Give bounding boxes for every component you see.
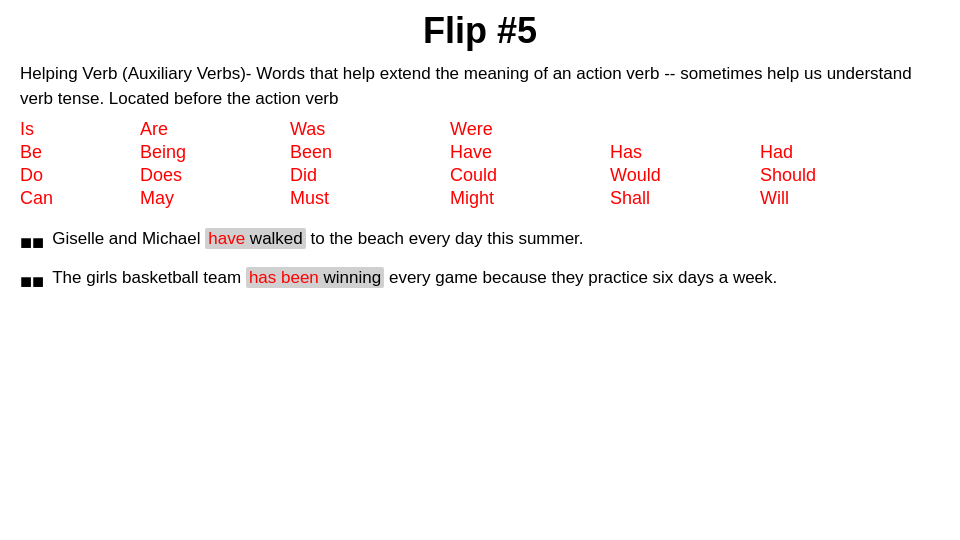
verb-empty-2	[760, 119, 880, 140]
bullet-2: ■■	[20, 265, 44, 297]
verb-have: Have	[450, 142, 610, 163]
verb-would: Would	[610, 165, 760, 186]
example-2: ■■ The girls basketball team has been wi…	[20, 264, 940, 297]
verb-will: Will	[760, 188, 880, 209]
verb-does: Does	[140, 165, 290, 186]
example-1-text: Giselle and Michael have walked to the b…	[52, 225, 940, 252]
verb-shall: Shall	[610, 188, 760, 209]
verb-do: Do	[20, 165, 140, 186]
verb-did: Did	[290, 165, 450, 186]
example-2-red: has been	[249, 268, 319, 287]
example-2-text: The girls basketball team has been winni…	[52, 264, 940, 291]
verb-must: Must	[290, 188, 450, 209]
example-2-highlight: has been winning	[246, 267, 384, 288]
verb-been: Been	[290, 142, 450, 163]
example-1: ■■ Giselle and Michael have walked to th…	[20, 225, 940, 258]
verb-table: Is Are Was Were Be Being Been Have Has H…	[20, 119, 940, 209]
main-page: Flip #5 Helping Verb (Auxiliary Verbs)- …	[0, 0, 960, 540]
verb-were: Were	[450, 119, 610, 140]
example-1-highlight: have walked	[205, 228, 306, 249]
verb-could: Could	[450, 165, 610, 186]
verb-should: Should	[760, 165, 880, 186]
verb-might: Might	[450, 188, 610, 209]
definition-text: Helping Verb (Auxiliary Verbs)- Words th…	[20, 62, 940, 111]
verb-can: Can	[20, 188, 140, 209]
verb-had: Had	[760, 142, 880, 163]
bullet-1: ■■	[20, 226, 44, 258]
example-1-red: have	[208, 229, 245, 248]
verb-being: Being	[140, 142, 290, 163]
verb-be: Be	[20, 142, 140, 163]
verb-is: Is	[20, 119, 140, 140]
verb-has: Has	[610, 142, 760, 163]
examples-section: ■■ Giselle and Michael have walked to th…	[20, 225, 940, 297]
page-title: Flip #5	[20, 10, 940, 52]
verb-may: May	[140, 188, 290, 209]
verb-was: Was	[290, 119, 450, 140]
verb-empty-1	[610, 119, 760, 140]
verb-are: Are	[140, 119, 290, 140]
